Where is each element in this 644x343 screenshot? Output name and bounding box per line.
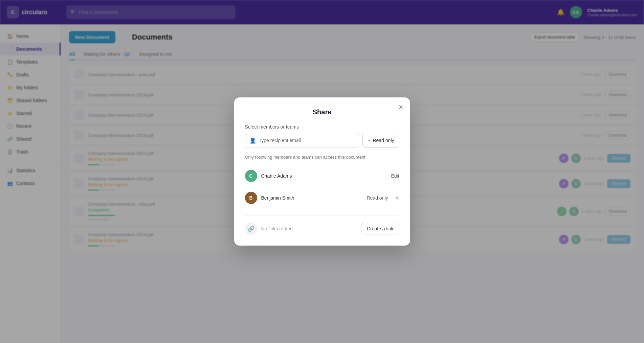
create-link-button[interactable]: Create a link — [361, 223, 399, 234]
email-row: 👤 ▼ Read only — [245, 133, 399, 148]
member-row-charlie: C Charlie Adams Edit — [245, 165, 399, 187]
member-initials-charlie: C — [249, 173, 252, 179]
no-link-text: No link created — [261, 226, 357, 231]
email-input-wrap[interactable]: 👤 — [245, 133, 359, 148]
member-name-benjamin: Benjamin Smith — [261, 195, 363, 201]
read-only-button[interactable]: ▼ Read only — [362, 133, 399, 148]
members-list: C Charlie Adams Edit B Benjamin Smith Re… — [245, 165, 399, 209]
read-only-label: Read only — [373, 138, 394, 143]
member-remove-benjamin[interactable]: ✕ — [395, 195, 399, 201]
share-modal: Share ✕ Select members or teams 👤 ▼ Read… — [234, 97, 410, 246]
section-label: Select members or teams — [245, 124, 399, 130]
modal-title: Share — [245, 108, 399, 116]
link-row: 🔗 No link created Create a link — [245, 223, 399, 235]
chevron-down-icon: ▼ — [368, 139, 371, 142]
member-row-benjamin: B Benjamin Smith Read only ✕ — [245, 187, 399, 209]
modal-overlay[interactable]: Share ✕ Select members or teams 👤 ▼ Read… — [0, 0, 644, 343]
user-icon: 👤 — [249, 137, 256, 144]
member-permission-charlie: Edit — [391, 173, 399, 179]
recipient-email-input[interactable] — [259, 138, 355, 143]
member-permission-benjamin: Read only — [367, 195, 388, 201]
member-name-charlie: Charlie Adams — [261, 173, 387, 179]
modal-divider — [245, 215, 399, 216]
modal-close-button[interactable]: ✕ — [398, 104, 403, 110]
access-note: Only following members and teams can acc… — [245, 155, 399, 160]
member-initials-benjamin: B — [249, 195, 252, 201]
member-avatar-charlie: C — [245, 170, 257, 182]
link-icon: 🔗 — [245, 223, 257, 235]
member-avatar-benjamin: B — [245, 192, 257, 204]
